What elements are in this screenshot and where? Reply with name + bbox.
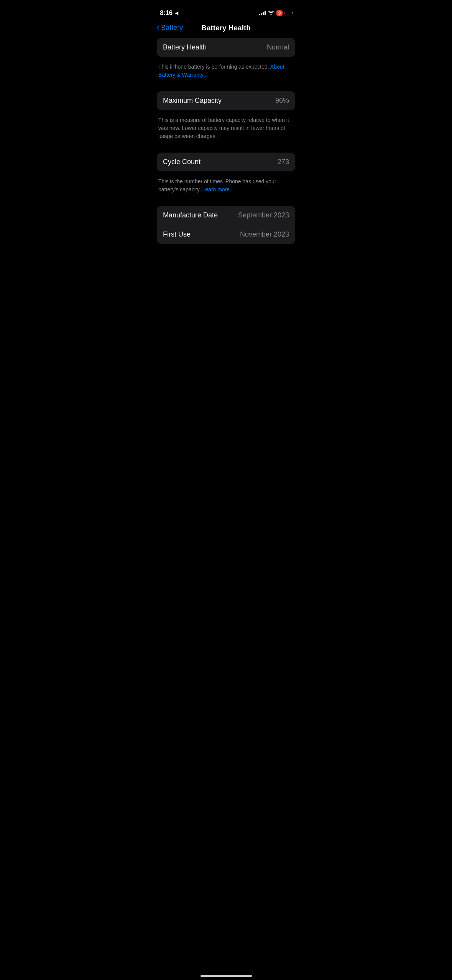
- battery-health-row: Battery Health Normal: [157, 38, 295, 57]
- first-use-value: November 2023: [240, 230, 289, 238]
- page-title: Battery Health: [201, 24, 251, 32]
- back-button[interactable]: ‹ Battery: [157, 24, 183, 32]
- signal-bar-2: [261, 13, 262, 15]
- battery-area: 9: [276, 10, 292, 16]
- signal-bar-1: [259, 14, 260, 15]
- signal-bar-4: [265, 11, 266, 15]
- maximum-capacity-description: This is a measure of battery capacity re…: [157, 113, 295, 146]
- signal-bar-3: [263, 12, 264, 15]
- battery-health-desc-text: This iPhone battery is performing as exp…: [158, 64, 269, 70]
- maximum-capacity-label: Maximum Capacity: [163, 97, 222, 105]
- cycle-count-card: Cycle Count 273: [157, 153, 295, 171]
- manufacture-date-label: Manufacture Date: [163, 211, 218, 219]
- manufacture-date-value: September 2023: [238, 211, 289, 219]
- battery-health-description: This iPhone battery is performing as exp…: [157, 60, 295, 85]
- wifi-icon: [268, 10, 274, 16]
- battery-icon: [284, 11, 292, 15]
- back-chevron-icon: ‹: [157, 23, 159, 32]
- cycle-count-label: Cycle Count: [163, 158, 201, 166]
- status-bar-right: 9: [259, 10, 292, 16]
- battery-badge: 9: [276, 10, 283, 16]
- first-use-row: First Use November 2023: [157, 225, 295, 244]
- cycle-count-value: 273: [278, 158, 289, 166]
- battery-health-label: Battery Health: [163, 43, 207, 51]
- maximum-capacity-value: 96%: [275, 97, 289, 105]
- cycle-count-description: This is the number of times iPhone has u…: [157, 174, 295, 200]
- signal-bars: [259, 11, 266, 15]
- back-label: Battery: [161, 24, 183, 32]
- navigation-header: ‹ Battery Battery Health: [151, 21, 301, 38]
- battery-health-card: Battery Health Normal: [157, 38, 295, 57]
- maximum-capacity-row: Maximum Capacity 96%: [157, 91, 295, 110]
- cycle-count-learn-more-link[interactable]: Learn more...: [202, 186, 234, 192]
- cycle-count-row: Cycle Count 273: [157, 153, 295, 171]
- location-icon: ◀: [175, 10, 178, 16]
- maximum-capacity-card: Maximum Capacity 96%: [157, 91, 295, 110]
- battery-health-value: Normal: [267, 43, 289, 51]
- status-bar-left: 8:16 ◀: [160, 9, 178, 17]
- main-content: Battery Health Normal This iPhone batter…: [151, 38, 301, 244]
- first-use-label: First Use: [163, 230, 191, 238]
- manufacture-date-row: Manufacture Date September 2023: [157, 206, 295, 225]
- status-bar: 8:16 ◀ 9: [151, 0, 301, 21]
- dates-card: Manufacture Date September 2023 First Us…: [157, 206, 295, 244]
- battery-fill: [284, 12, 285, 15]
- time-display: 8:16: [160, 9, 173, 17]
- maximum-capacity-desc-text: This is a measure of battery capacity re…: [158, 117, 289, 139]
